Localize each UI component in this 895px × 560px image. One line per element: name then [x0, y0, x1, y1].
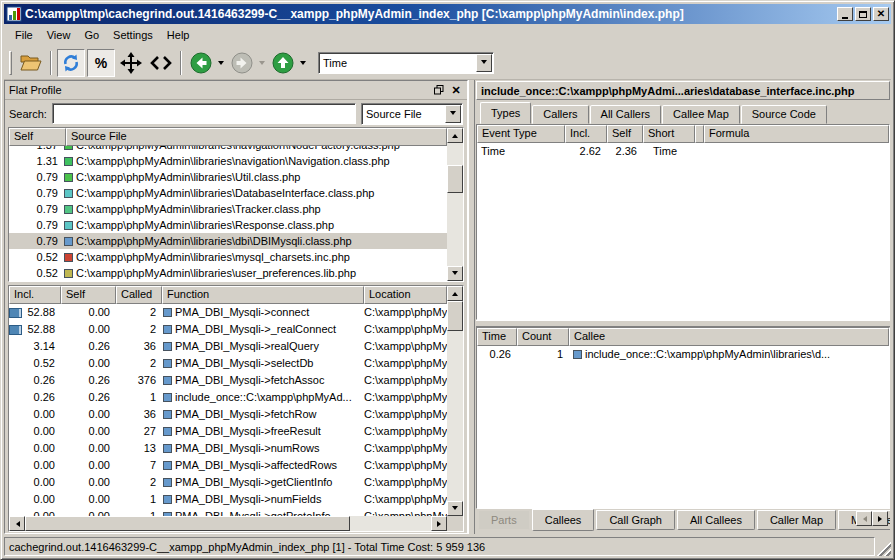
cycle-detection-button[interactable] — [147, 49, 175, 77]
source-file-row[interactable]: 0.52C:\xampp\phpMyAdmin\libraries\user_p… — [9, 265, 447, 281]
scroll-up-button[interactable] — [447, 128, 463, 143]
tab-all-callers[interactable]: All Callers — [590, 105, 662, 124]
called-value: 1 — [116, 389, 162, 406]
resize-grip[interactable] — [877, 537, 891, 556]
self-value: 0.26 — [61, 338, 116, 355]
column-header-incl[interactable]: Incl. — [565, 125, 607, 143]
function-row[interactable]: 0.000.0036PMA_DBI_Mysqli->fetchRowC:\xam… — [9, 406, 447, 423]
menu-item-file[interactable]: File — [8, 27, 40, 43]
function-row[interactable]: 0.260.261include_once::C:\xampp\phpMyAd.… — [9, 389, 447, 406]
source-file-scrollbar[interactable] — [447, 128, 463, 281]
column-header-callee[interactable]: Callee — [569, 328, 889, 346]
event-type-row[interactable]: Time2.622.36Time — [477, 143, 889, 160]
column-header-called[interactable]: Called — [116, 286, 162, 304]
function-color-icon — [163, 427, 172, 436]
back-button[interactable] — [187, 49, 215, 77]
source-file-row[interactable]: 0.52C:\xampp\phpMyAdmin\libraries\mysql_… — [9, 249, 447, 265]
column-header-location[interactable]: Location — [364, 286, 447, 304]
function-cell: PMA_DBI_Mysqli->realQuery — [162, 338, 364, 355]
event-type-combobox[interactable]: Time — [318, 52, 494, 74]
source-file-row[interactable]: 1.37C:\xampp\phpMyAdmin\libraries\naviga… — [9, 146, 447, 153]
open-file-button[interactable] — [17, 49, 45, 77]
dock-close-button[interactable]: ✕ — [449, 84, 463, 97]
function-row[interactable]: 0.000.001PMA_DBI_Mysqli->getProtoInfoC:\… — [9, 508, 447, 516]
tab-types[interactable]: Types — [480, 102, 531, 124]
combobox-dropdown-button[interactable] — [476, 54, 492, 72]
function-vscrollbar[interactable] — [447, 286, 463, 516]
column-header-source-file[interactable]: Source File — [66, 128, 447, 146]
expand-cost-button[interactable] — [117, 49, 145, 77]
tab-source-code[interactable]: Source Code — [741, 105, 827, 124]
back-dropdown-icon[interactable] — [218, 61, 224, 68]
tab-callees[interactable]: Callees — [532, 509, 595, 531]
scrollbar-thumb[interactable] — [25, 516, 350, 531]
source-file-row[interactable]: 0.79C:\xampp\phpMyAdmin\libraries\Respon… — [9, 217, 447, 233]
up-dropdown-icon[interactable] — [300, 61, 306, 68]
menu-item-view[interactable]: View — [40, 27, 78, 43]
detail-splitter[interactable] — [476, 320, 890, 327]
location-value: C:\xampp\phpMy — [364, 508, 447, 516]
function-hscrollbar[interactable] — [9, 516, 447, 531]
menu-item-settings[interactable]: Settings — [106, 27, 160, 43]
scroll-down-button[interactable] — [447, 501, 463, 516]
function-row[interactable]: 0.000.0013PMA_DBI_Mysqli->numRowsC:\xamp… — [9, 440, 447, 457]
scrollbar-thumb[interactable] — [447, 165, 463, 193]
column-header-blank[interactable] — [695, 125, 704, 143]
group-by-combobox[interactable]: Source File — [361, 103, 463, 125]
tab-scroll-right-button[interactable] — [872, 511, 888, 526]
toolbar-handle[interactable] — [9, 51, 12, 75]
column-header-formula[interactable]: Formula — [704, 125, 889, 143]
column-header-short[interactable]: Short — [643, 125, 695, 143]
source-file-row[interactable]: 0.79C:\xampp\phpMyAdmin\libraries\Databa… — [9, 185, 447, 201]
source-file-row[interactable]: 0.79C:\xampp\phpMyAdmin\libraries\Util.c… — [9, 169, 447, 185]
titlebar[interactable]: C:\xampp\tmp\cachegrind.out.1416463299-C… — [4, 4, 891, 24]
flat-profile-dock-header[interactable]: Flat Profile ✕ — [5, 81, 467, 100]
function-row[interactable]: 0.260.26376PMA_DBI_Mysqli->fetchAssocC:\… — [9, 372, 447, 389]
scroll-up-button[interactable] — [447, 286, 463, 301]
tab-caller-map[interactable]: Caller Map — [757, 510, 836, 530]
function-row[interactable]: 0.000.0027PMA_DBI_Mysqli->freeResultC:\x… — [9, 423, 447, 440]
column-header-self[interactable]: Self — [9, 128, 66, 146]
called-value: 36 — [116, 338, 162, 355]
scroll-left-button[interactable] — [9, 516, 25, 531]
function-row[interactable]: 0.000.001PMA_DBI_Mysqli->numFieldsC:\xam… — [9, 491, 447, 508]
scroll-right-button[interactable] — [431, 516, 447, 531]
group-dropdown-button[interactable] — [445, 105, 461, 123]
close-button[interactable]: ✕ — [873, 7, 889, 21]
function-row[interactable]: 3.140.2636PMA_DBI_Mysqli->realQueryC:\xa… — [9, 338, 447, 355]
column-header-self[interactable]: Self — [607, 125, 643, 143]
column-header-self[interactable]: Self — [61, 286, 116, 304]
tab-callee-map[interactable]: Callee Map — [662, 105, 740, 124]
column-header-count[interactable]: Count — [517, 328, 569, 346]
function-row[interactable]: 0.000.002PMA_DBI_Mysqli->getClientInfoC:… — [9, 474, 447, 491]
function-row[interactable]: 0.520.002PMA_DBI_Mysqli->selectDbC:\xamp… — [9, 355, 447, 372]
function-row[interactable]: 0.000.007PMA_DBI_Mysqli->affectedRowsC:\… — [9, 457, 447, 474]
function-row[interactable]: 52.880.002PMA_DBI_Mysqli->_realConnectC:… — [9, 321, 447, 338]
function-row[interactable]: 52.880.002PMA_DBI_Mysqli->connectC:\xamp… — [9, 304, 447, 321]
tab-call-graph[interactable]: Call Graph — [596, 510, 675, 530]
tab-all-callees[interactable]: All Callees — [677, 510, 755, 530]
function-cell: PMA_DBI_Mysqli->freeResult — [162, 423, 364, 440]
maximize-button[interactable] — [855, 7, 871, 21]
menu-item-go[interactable]: Go — [77, 27, 106, 43]
column-header-function[interactable]: Function — [162, 286, 364, 304]
up-button[interactable] — [269, 49, 297, 77]
column-header-time[interactable]: Time — [477, 328, 517, 346]
source-file-row[interactable]: 0.79C:\xampp\phpMyAdmin\libraries\dbi\DB… — [9, 233, 447, 249]
scroll-down-button[interactable] — [447, 266, 463, 281]
column-header-event-type[interactable]: Event Type — [477, 125, 565, 143]
minimize-button[interactable] — [837, 7, 853, 21]
source-file-row[interactable]: 0.79C:\xampp\phpMyAdmin\libraries\Tracke… — [9, 201, 447, 217]
column-header-incl[interactable]: Incl. — [9, 286, 61, 304]
source-file-row[interactable]: 1.31C:\xampp\phpMyAdmin\libraries\naviga… — [9, 153, 447, 169]
incl-cell: 0.00 — [9, 491, 61, 508]
relative-percent-button[interactable]: % — [87, 49, 115, 77]
tab-callers[interactable]: Callers — [532, 105, 588, 124]
reload-button[interactable] — [57, 49, 85, 77]
callee-row[interactable]: 0.261include_once::C:\xampp\phpMyAdmin\l… — [477, 346, 889, 363]
dock-float-button[interactable] — [432, 84, 446, 97]
panel-splitter[interactable] — [468, 80, 475, 534]
scrollbar-thumb[interactable] — [447, 301, 463, 331]
search-input[interactable] — [52, 103, 356, 124]
menu-item-help[interactable]: Help — [160, 27, 197, 43]
